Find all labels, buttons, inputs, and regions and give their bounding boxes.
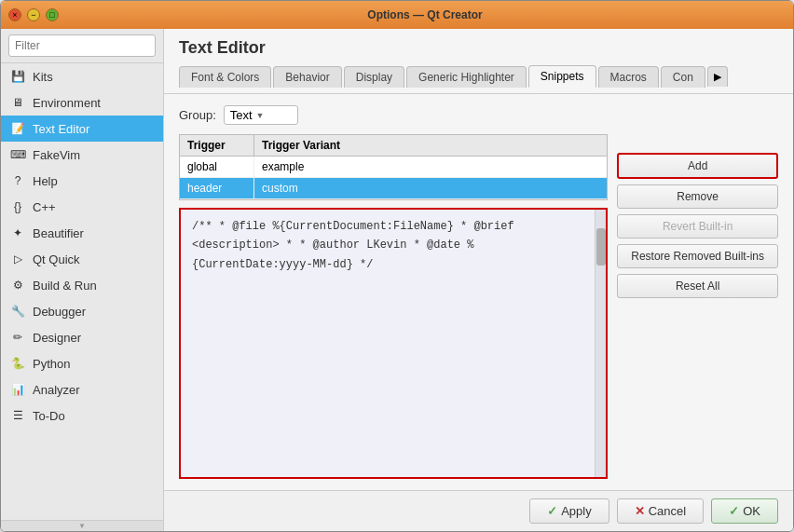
cancel-label: Cancel — [649, 504, 686, 518]
cell-variant: custom — [254, 178, 607, 198]
sidebar-scroll-bottom: ▼ — [1, 520, 163, 531]
content-header: Text Editor Font & Colors Behavior Displ… — [164, 29, 793, 94]
sidebar-item-label: Debugger — [33, 305, 86, 319]
tab-macros[interactable]: Macros — [598, 66, 659, 88]
snippets-buttons: Add Remove Revert Built-in Restore Remov… — [617, 134, 778, 479]
ok-label: OK — [743, 504, 760, 518]
cpp-icon: {} — [10, 199, 25, 214]
tab-con[interactable]: Con — [661, 66, 705, 88]
sidebar-item-label: To-Do — [33, 409, 65, 423]
snippets-panel: Trigger Trigger Variant global example h… — [179, 134, 778, 479]
beautifier-icon: ✦ — [10, 225, 25, 240]
tab-generic-highlighter[interactable]: Generic Highlighter — [406, 66, 527, 88]
remove-button[interactable]: Remove — [617, 184, 778, 209]
sidebar-item-python[interactable]: 🐍 Python — [1, 350, 163, 376]
sidebar: 💾 Kits 🖥 Environment 📝 Text Editor ⌨ Fak… — [1, 29, 164, 531]
content-area: Text Editor Font & Colors Behavior Displ… — [164, 29, 793, 531]
reset-button[interactable]: Reset All — [617, 274, 778, 298]
dropdown-arrow-icon: ▼ — [256, 111, 265, 120]
sidebar-item-beautifier[interactable]: ✦ Beautifier — [1, 220, 163, 246]
snippets-header: Trigger Trigger Variant — [180, 135, 607, 157]
window-title: Options — Qt Creator — [64, 8, 786, 21]
python-icon: 🐍 — [10, 356, 25, 371]
todo-icon: ☰ — [10, 408, 25, 423]
cell-trigger: header — [180, 178, 254, 198]
sidebar-item-label: FakeVim — [33, 148, 80, 162]
maximize-button[interactable]: □ — [46, 8, 59, 21]
snippets-table: Trigger Trigger Variant global example h… — [179, 134, 608, 200]
code-content[interactable]: /** * @file %{CurrentDocument:FileName} … — [181, 210, 595, 477]
sidebar-item-todo[interactable]: ☰ To-Do — [1, 402, 163, 429]
apply-label: Apply — [561, 504, 592, 518]
content-body: Group: Text ▼ Trigger Trigger Variant — [164, 94, 793, 490]
cell-trigger: global — [180, 157, 254, 177]
code-editor: /** * @file %{CurrentDocument:FileName} … — [179, 208, 608, 479]
group-row: Group: Text ▼ — [179, 105, 778, 125]
snippets-left: Trigger Trigger Variant global example h… — [179, 134, 608, 479]
sidebar-item-fakevim[interactable]: ⌨ FakeVim — [1, 142, 163, 168]
debugger-icon: 🔧 — [10, 304, 25, 319]
sidebar-list: 💾 Kits 🖥 Environment 📝 Text Editor ⌨ Fak… — [1, 63, 163, 520]
tab-snippets[interactable]: Snippets — [528, 65, 596, 88]
page-title: Text Editor — [179, 38, 778, 58]
minimize-button[interactable]: − — [27, 8, 40, 21]
sidebar-item-qt-quick[interactable]: ▷ Qt Quick — [1, 246, 163, 272]
sidebar-item-debugger[interactable]: 🔧 Debugger — [1, 298, 163, 324]
sidebar-item-label: Designer — [33, 331, 81, 345]
sidebar-item-label: C++ — [33, 200, 56, 214]
main-body: 💾 Kits 🖥 Environment 📝 Text Editor ⌨ Fak… — [1, 29, 793, 531]
sidebar-item-label: Qt Quick — [33, 252, 80, 266]
environment-icon: 🖥 — [10, 95, 25, 110]
sidebar-item-analyzer[interactable]: 📊 Analyzer — [1, 376, 163, 402]
tab-bar: Font & Colors Behavior Display Generic H… — [179, 65, 778, 88]
sidebar-item-label: Environment — [33, 96, 101, 110]
cancel-button[interactable]: ✕ Cancel — [617, 498, 704, 524]
sidebar-item-help[interactable]: ? Help — [1, 168, 163, 194]
group-label: Group: — [179, 108, 216, 122]
code-scrollbar[interactable] — [595, 210, 606, 477]
sidebar-item-label: Kits — [33, 70, 53, 84]
sidebar-item-text-editor[interactable]: 📝 Text Editor — [1, 116, 163, 142]
sidebar-item-environment[interactable]: 🖥 Environment — [1, 89, 163, 116]
scrollbar-thumb[interactable] — [596, 228, 606, 266]
cell-variant: example — [254, 157, 607, 177]
analyzer-icon: 📊 — [10, 382, 25, 397]
apply-button[interactable]: ✓ Apply — [529, 498, 609, 524]
restore-button[interactable]: Restore Removed Built-ins — [617, 244, 778, 268]
sidebar-item-build-run[interactable]: ⚙ Build & Run — [1, 272, 163, 298]
build-run-icon: ⚙ — [10, 278, 25, 293]
sidebar-item-label: Build & Run — [33, 279, 97, 293]
sidebar-item-label: Analyzer — [33, 383, 80, 397]
bottom-bar: ✓ Apply ✕ Cancel ✓ OK — [164, 490, 793, 531]
close-button[interactable]: × — [8, 8, 21, 21]
titlebar: × − □ Options — Qt Creator — [1, 1, 793, 29]
group-select-value: Text — [230, 108, 253, 122]
add-button[interactable]: Add — [617, 153, 778, 179]
sidebar-item-kits[interactable]: 💾 Kits — [1, 63, 163, 89]
tab-more-button[interactable]: ▶ — [707, 66, 728, 87]
revert-button[interactable]: Revert Built-in — [617, 214, 778, 239]
sidebar-item-label: Python — [33, 357, 70, 371]
text-editor-icon: 📝 — [10, 121, 25, 136]
apply-check-icon: ✓ — [547, 504, 557, 518]
ok-check-icon: ✓ — [729, 504, 739, 518]
col-trigger-header: Trigger — [180, 135, 254, 156]
cancel-x-icon: ✕ — [635, 504, 645, 518]
sidebar-item-label: Text Editor — [33, 122, 89, 136]
filter-container — [1, 29, 163, 63]
sidebar-item-label: Help — [33, 174, 58, 188]
tab-font-colors[interactable]: Font & Colors — [179, 66, 271, 88]
ok-button[interactable]: ✓ OK — [711, 498, 778, 524]
sidebar-item-cpp[interactable]: {} C++ — [1, 194, 163, 220]
sidebar-item-designer[interactable]: ✏ Designer — [1, 324, 163, 350]
group-select[interactable]: Text ▼ — [224, 105, 298, 125]
table-row[interactable]: header custom — [180, 178, 607, 199]
designer-icon: ✏ — [10, 330, 25, 345]
help-icon: ? — [10, 173, 25, 188]
main-window: × − □ Options — Qt Creator 💾 Kits 🖥 Envi… — [0, 0, 794, 532]
qt-quick-icon: ▷ — [10, 252, 25, 266]
filter-input[interactable] — [8, 34, 156, 57]
tab-display[interactable]: Display — [344, 66, 404, 88]
tab-behavior[interactable]: Behavior — [273, 66, 341, 88]
table-row[interactable]: global example — [180, 157, 607, 178]
